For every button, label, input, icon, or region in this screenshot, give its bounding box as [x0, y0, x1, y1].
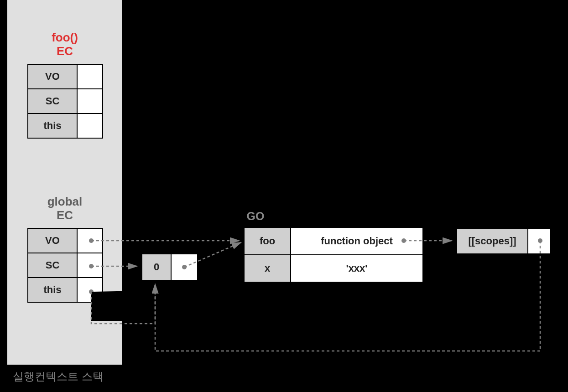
go-row-foo-k: foo — [244, 227, 291, 255]
global-ec-title: global EC — [19, 195, 110, 222]
foo-ec-row-sc: SC — [28, 89, 77, 113]
go-table: foofunction object x'xxx' — [244, 227, 423, 283]
global-ec-vo-value — [77, 228, 103, 253]
foo-ec-row-vo: VO — [28, 64, 77, 89]
go-row-x-v: 'xxx' — [291, 255, 423, 282]
scopes-box: [[scopes]] — [456, 228, 551, 254]
foo-ec-row-this: this — [28, 113, 77, 138]
global-ec-this-value — [77, 278, 103, 302]
foo-ec-title-line1: foo() — [52, 31, 78, 44]
foo-ec-vo-value — [77, 64, 103, 89]
global-ec-title-line2: EC — [57, 208, 73, 222]
scopes-value — [528, 228, 551, 254]
go-row-foo-v: function object — [291, 227, 423, 255]
scopes-label: [[scopes]] — [457, 228, 528, 254]
foo-ec-title: foo() EC — [19, 31, 110, 58]
stack-caption: 실행컨텍스트 스택 — [13, 369, 104, 384]
foo-ec-this-value — [77, 113, 103, 138]
global-ec-row-this: this — [28, 278, 77, 302]
foo-ec-table: VO SC this — [27, 64, 103, 139]
global-ec-table: VO SC this — [27, 228, 103, 303]
go-title: GO — [237, 210, 274, 223]
zero-box: 0 — [141, 253, 198, 281]
zero-value — [171, 254, 198, 280]
global-ec-title-line1: global — [47, 195, 83, 208]
zero-label: 0 — [142, 254, 171, 280]
global-ec-row-sc: SC — [28, 253, 77, 278]
global-ec-row-vo: VO — [28, 228, 77, 253]
foo-ec-sc-value — [77, 89, 103, 113]
global-ec-sc-value — [77, 253, 103, 278]
go-row-x-k: x — [244, 255, 291, 282]
foo-ec-title-line2: EC — [57, 44, 73, 58]
